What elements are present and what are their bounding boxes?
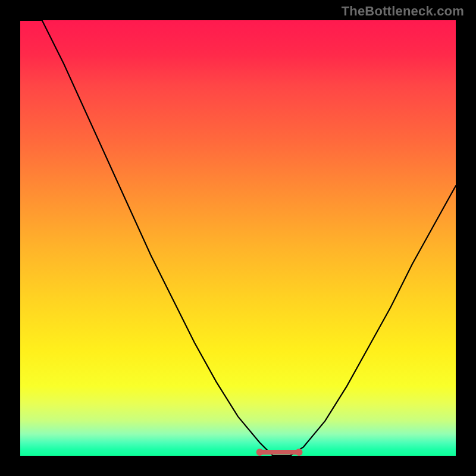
chart-frame: TheBottleneck.com [0, 0, 476, 476]
plot-area [20, 20, 456, 456]
background-gradient [20, 20, 456, 456]
watermark-text: TheBottleneck.com [342, 4, 464, 19]
